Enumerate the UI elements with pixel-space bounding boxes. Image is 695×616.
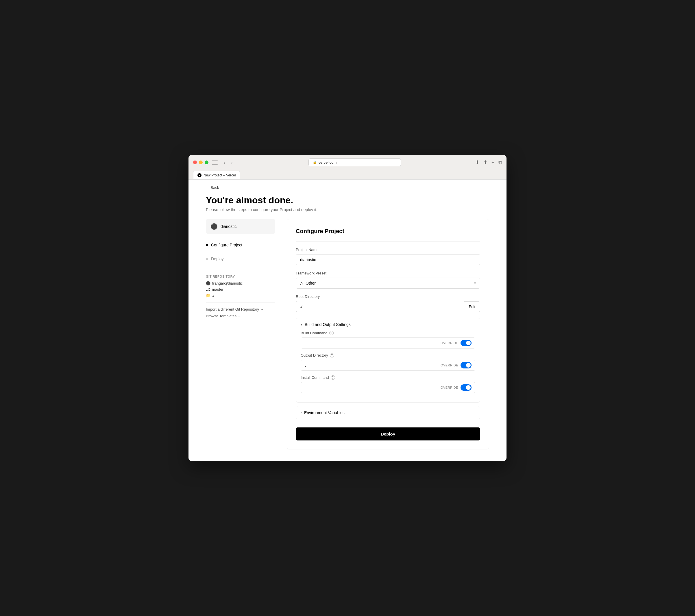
- page-subtitle: Please follow the steps to configure you…: [206, 207, 489, 212]
- install-cmd-toggle[interactable]: [460, 384, 472, 391]
- page-header: You're almost done. Please follow the st…: [188, 190, 507, 219]
- install-cmd-label: Install Command: [301, 376, 329, 380]
- output-override-label: OVERRIDE: [441, 364, 458, 367]
- browser-tab-bar: New Project – Vercel: [193, 169, 502, 179]
- github-repo-icon: ⚫: [206, 281, 210, 285]
- output-dir-help-icon[interactable]: ?: [330, 353, 334, 357]
- root-directory-group: Root Directory Edit: [296, 295, 480, 312]
- install-command-group: Install Command ? OVERRIDE: [301, 376, 475, 393]
- sidebar-toggle-icon[interactable]: [212, 161, 218, 165]
- root-dir-input[interactable]: [296, 301, 464, 312]
- build-cmd-row: OVERRIDE: [301, 337, 475, 349]
- back-link[interactable]: ← Back: [188, 180, 507, 190]
- framework-select[interactable]: △ Other ▾: [296, 278, 480, 289]
- build-cmd-label: Build Command: [301, 331, 327, 335]
- step-label-deploy: Deploy: [211, 256, 224, 261]
- page-title: You're almost done.: [206, 195, 489, 206]
- configure-panel: Configure Project Project Name Framework…: [287, 219, 489, 449]
- edit-root-dir-button[interactable]: Edit: [464, 301, 480, 312]
- form-divider: [296, 242, 480, 242]
- framework-label: Framework Preset: [296, 271, 480, 275]
- tabs-icon[interactable]: ⧉: [498, 160, 502, 165]
- framework-icon: △: [300, 281, 303, 285]
- step-label-configure: Configure Project: [211, 243, 242, 247]
- back-nav-button[interactable]: ‹: [222, 159, 226, 166]
- output-dir-input[interactable]: [301, 360, 437, 370]
- address-bar[interactable]: 🔒 vercel.com: [308, 159, 401, 166]
- traffic-lights: [193, 161, 208, 164]
- address-bar-container: 🔒 vercel.com: [237, 159, 472, 166]
- maximize-button[interactable]: [205, 161, 208, 164]
- build-output-header[interactable]: ▾ Build and Output Settings: [296, 318, 480, 331]
- url-text: vercel.com: [319, 160, 337, 165]
- build-cmd-toggle[interactable]: [460, 340, 472, 346]
- install-cmd-label-row: Install Command ?: [301, 376, 475, 380]
- step-dot-deploy: [206, 258, 208, 260]
- build-cmd-input[interactable]: [301, 338, 437, 348]
- git-dir-row: 📁 ./: [206, 293, 275, 298]
- minimize-button[interactable]: [199, 161, 203, 164]
- sidebar-divider-2: [206, 302, 275, 302]
- framework-value: Other: [306, 281, 316, 285]
- output-dir-label-row: Output Directory ?: [301, 353, 475, 357]
- output-override-area: OVERRIDE: [437, 360, 475, 370]
- new-tab-icon[interactable]: +: [491, 160, 494, 165]
- deploy-button[interactable]: Deploy: [296, 428, 480, 440]
- build-output-section: ▾ Build and Output Settings Build Comman…: [296, 318, 480, 403]
- configure-title: Configure Project: [296, 228, 480, 235]
- forward-nav-button[interactable]: ›: [230, 159, 234, 166]
- browser-actions: ⬇ ⬆ + ⧉: [475, 159, 502, 165]
- project-name-group: Project Name: [296, 248, 480, 265]
- build-override-area: OVERRIDE: [437, 338, 475, 348]
- env-vars-header[interactable]: › Environment Variables: [296, 406, 480, 419]
- build-command-group: Build Command ? OVERRIDE: [301, 331, 475, 349]
- build-output-label: Build and Output Settings: [305, 322, 351, 327]
- expand-icon: ▾: [301, 322, 302, 327]
- project-name-label: Project Name: [296, 248, 480, 252]
- git-repo-name-text: frangarcj/diariostic: [212, 281, 243, 285]
- git-dir-text: ./: [212, 293, 214, 298]
- lock-icon: 🔒: [313, 161, 317, 164]
- download-icon[interactable]: ⬇: [475, 159, 479, 165]
- install-cmd-row: OVERRIDE: [301, 382, 475, 393]
- install-override-area: OVERRIDE: [437, 383, 475, 393]
- browser-titlebar: ‹ › 🔒 vercel.com ⬇ ⬆ + ⧉: [193, 159, 502, 166]
- browser-chrome: ‹ › 🔒 vercel.com ⬇ ⬆ + ⧉ New Project – V…: [188, 155, 507, 180]
- build-output-body: Build Command ? OVERRIDE: [296, 331, 480, 402]
- output-dir-row: OVERRIDE: [301, 360, 475, 371]
- repo-card: ⚫ diariostic: [206, 219, 275, 234]
- root-dir-label: Root Directory: [296, 295, 480, 299]
- git-branch-text: master: [212, 287, 223, 292]
- git-branch-row: ⎇ master: [206, 287, 275, 292]
- install-cmd-help-icon[interactable]: ?: [331, 376, 335, 380]
- install-cmd-input[interactable]: [301, 382, 437, 393]
- step-connector: [210, 249, 210, 255]
- branch-icon: ⎇: [206, 287, 210, 292]
- output-dir-toggle[interactable]: [460, 362, 472, 368]
- repo-card-name: diariostic: [221, 224, 237, 229]
- github-icon: ⚫: [210, 223, 218, 230]
- page-content: ← Back You're almost done. Please follow…: [188, 180, 507, 461]
- env-vars-label: Environment Variables: [304, 410, 344, 415]
- framework-select-left: △ Other: [300, 281, 316, 285]
- sidebar: ⚫ diariostic Configure Project Deploy: [206, 219, 275, 449]
- collapsed-icon: ›: [301, 411, 302, 415]
- step-deploy: Deploy: [206, 255, 275, 263]
- build-override-label: OVERRIDE: [441, 341, 458, 345]
- share-icon[interactable]: ⬆: [484, 159, 488, 165]
- install-override-label: OVERRIDE: [441, 386, 458, 389]
- import-git-link[interactable]: Import a different Git Repository →: [206, 307, 275, 312]
- env-vars-section: › Environment Variables: [296, 406, 480, 419]
- build-cmd-label-row: Build Command ?: [301, 331, 475, 335]
- page-body: ⚫ diariostic Configure Project Deploy: [188, 219, 507, 461]
- tab-title: New Project – Vercel: [204, 173, 236, 177]
- active-tab[interactable]: New Project – Vercel: [193, 171, 240, 179]
- framework-preset-group: Framework Preset △ Other ▾: [296, 271, 480, 289]
- project-name-input[interactable]: [296, 254, 480, 265]
- steps-section: Configure Project Deploy: [206, 241, 275, 263]
- git-repo-row: ⚫ frangarcj/diariostic: [206, 281, 275, 285]
- browse-templates-link[interactable]: Browse Templates →: [206, 314, 275, 318]
- sidebar-divider: [206, 270, 275, 270]
- build-cmd-help-icon[interactable]: ?: [329, 331, 334, 335]
- close-button[interactable]: [193, 161, 197, 164]
